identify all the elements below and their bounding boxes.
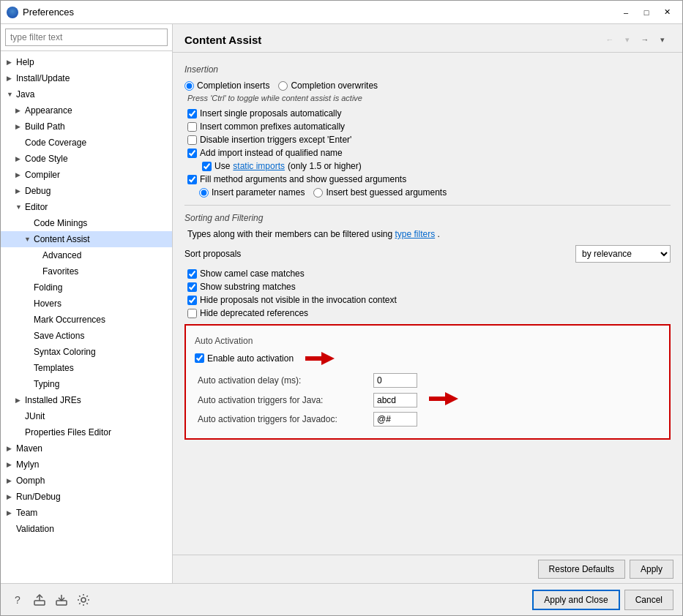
hide-deprecated-checkbox[interactable] [187, 309, 197, 318]
main-content: ▶ Help ▶ Install/Update ▼ Java ▶ Appeara… [1, 24, 682, 583]
insert-best-radio[interactable] [313, 188, 323, 198]
sidebar-item-run-debug[interactable]: ▶ Run/Debug [1, 489, 172, 505]
sidebar-item-mark-occurrences[interactable]: Mark Occurrences [1, 312, 172, 328]
fill-method-row: Fill method arguments and show guessed a… [184, 174, 671, 184]
hide-deprecated-label: Hide deprecated references [200, 308, 308, 318]
sidebar-item-folding[interactable]: Folding [1, 279, 172, 296]
common-prefixes-checkbox[interactable] [187, 122, 197, 132]
sidebar-item-code-coverage[interactable]: Code Coverage [1, 135, 172, 151]
apply-button[interactable]: Apply [630, 560, 673, 579]
sort-proposals-select[interactable]: by relevance alphabetically [575, 245, 671, 263]
camel-case-label: Show camel case matches [200, 268, 305, 279]
window-title: Preferences [23, 7, 74, 18]
sidebar-item-editor[interactable]: ▼ Editor [1, 199, 172, 215]
arrow-appearance: ▶ [15, 104, 23, 117]
arrow-java: ▼ [7, 88, 14, 101]
sidebar-item-help[interactable]: ▶ Help [1, 54, 172, 70]
sidebar-item-mylyn[interactable]: ▶ Mylyn [1, 457, 172, 473]
sort-proposals-label: Sort proposals [184, 249, 241, 259]
sidebar-item-junit[interactable]: JUnit [1, 408, 172, 424]
action-bar: Restore Defaults Apply [173, 555, 682, 583]
title-bar: Preferences – □ ✕ [1, 1, 682, 24]
disable-triggers-checkbox[interactable] [187, 135, 197, 145]
static-imports-checkbox[interactable] [202, 162, 212, 171]
insert-best-label[interactable]: Insert best guessed arguments [313, 187, 447, 198]
sidebar-item-hovers[interactable]: Hovers [1, 296, 172, 312]
common-prefixes-label: Insert common prefixes automatically [200, 121, 345, 132]
type-filters-link[interactable]: type filters [395, 229, 436, 239]
hide-deprecated-row: Hide deprecated references [184, 308, 671, 318]
sidebar-item-oomph[interactable]: ▶ Oomph [1, 473, 172, 489]
sidebar-item-code-style[interactable]: ▶ Code Style [1, 151, 172, 167]
auto-activation-label: Auto Activation [195, 336, 660, 346]
close-button[interactable]: ✕ [657, 4, 676, 20]
sidebar-item-compiler[interactable]: ▶ Compiler [1, 167, 172, 183]
sidebar-item-team[interactable]: ▶ Team [1, 505, 172, 521]
restore-defaults-button[interactable]: Restore Defaults [538, 560, 625, 579]
sidebar-item-code-minings[interactable]: Code Minings [1, 215, 172, 231]
add-import-checkbox[interactable] [187, 149, 197, 158]
sidebar-item-advanced[interactable]: Advanced [1, 247, 172, 263]
export-icon[interactable] [31, 592, 48, 608]
svg-marker-0 [305, 352, 335, 365]
enable-auto-activation-checkbox[interactable] [195, 353, 204, 363]
camel-case-row: Show camel case matches [184, 268, 671, 279]
sidebar-item-favorites[interactable]: Favorites [1, 263, 172, 279]
single-proposals-row: Insert single proposals automatically [184, 108, 671, 119]
search-input[interactable] [5, 29, 168, 46]
svg-marker-1 [429, 392, 458, 405]
sidebar-item-java[interactable]: ▼ Java [1, 86, 172, 102]
tree-area[interactable]: ▶ Help ▶ Install/Update ▼ Java ▶ Appeara… [1, 51, 172, 583]
java-triggers-row: Auto activation triggers for Java: [195, 393, 417, 407]
delay-row: Auto activation delay (ms): [195, 373, 660, 388]
sidebar-item-templates[interactable]: Templates [1, 360, 172, 376]
sidebar-item-properties-files[interactable]: Properties Files Editor [1, 424, 172, 440]
completion-overwrites-label[interactable]: Completion overwrites [278, 80, 378, 91]
type-filters-description: Types along with their members can be fi… [184, 229, 671, 239]
completion-inserts-label[interactable]: Completion inserts [184, 80, 269, 91]
java-triggers-input[interactable] [373, 393, 417, 407]
sidebar-item-save-actions[interactable]: Save Actions [1, 328, 172, 344]
sidebar-item-label: Oomph [16, 474, 45, 487]
sidebar-item-typing[interactable]: Typing [1, 376, 172, 392]
sidebar-item-appearance[interactable]: ▶ Appearance [1, 102, 172, 119]
javadoc-triggers-input[interactable] [373, 412, 417, 427]
back-button[interactable]: ← [602, 31, 618, 48]
sidebar-item-debug[interactable]: ▶ Debug [1, 183, 172, 199]
sidebar-item-validation[interactable]: Validation [1, 521, 172, 537]
substring-checkbox[interactable] [187, 282, 197, 292]
delay-input[interactable] [373, 373, 417, 388]
completion-overwrites-radio[interactable] [278, 81, 288, 91]
forward-dropdown[interactable]: ▾ [654, 31, 671, 48]
java-triggers-wrap: Auto activation triggers for Java: [195, 392, 660, 407]
sidebar-item-install-update[interactable]: ▶ Install/Update [1, 70, 172, 86]
forward-button[interactable]: → [637, 31, 653, 48]
fill-method-checkbox[interactable] [187, 175, 197, 184]
sidebar-item-content-assist[interactable]: ▼ Content Assist [1, 231, 172, 247]
hide-invisible-checkbox[interactable] [187, 296, 197, 305]
apply-and-close-button[interactable]: Apply and Close [532, 590, 619, 610]
sidebar-item-installed-jres[interactable]: ▶ Installed JREs [1, 392, 172, 408]
insert-param-radio[interactable] [199, 188, 209, 198]
sidebar-item-maven[interactable]: ▶ Maven [1, 440, 172, 457]
javadoc-triggers-row: Auto activation triggers for Javadoc: [195, 412, 660, 427]
sidebar-item-label: Folding [34, 281, 62, 294]
import-icon[interactable] [53, 592, 70, 608]
completion-inserts-radio[interactable] [184, 81, 194, 91]
type-filters-desc-text: Types along with their members can be fi… [187, 229, 392, 239]
insert-param-label[interactable]: Insert parameter names [199, 187, 305, 198]
sidebar-item-label: Save Actions [34, 329, 84, 342]
back-dropdown[interactable]: ▾ [619, 31, 635, 48]
help-icon[interactable]: ? [10, 592, 26, 608]
sidebar-item-build-path[interactable]: ▶ Build Path [1, 119, 172, 135]
camel-case-checkbox[interactable] [187, 269, 197, 279]
sidebar-item-label: Hovers [34, 297, 61, 310]
static-imports-link[interactable]: static imports [233, 161, 285, 171]
settings-icon[interactable] [75, 592, 92, 608]
minimize-button[interactable]: – [616, 4, 635, 20]
substring-row: Show substring matches [184, 282, 671, 292]
maximize-button[interactable]: □ [637, 4, 656, 20]
sidebar-item-syntax-coloring[interactable]: Syntax Coloring [1, 344, 172, 360]
single-proposals-checkbox[interactable] [187, 109, 197, 119]
cancel-button[interactable]: Cancel [624, 590, 673, 610]
